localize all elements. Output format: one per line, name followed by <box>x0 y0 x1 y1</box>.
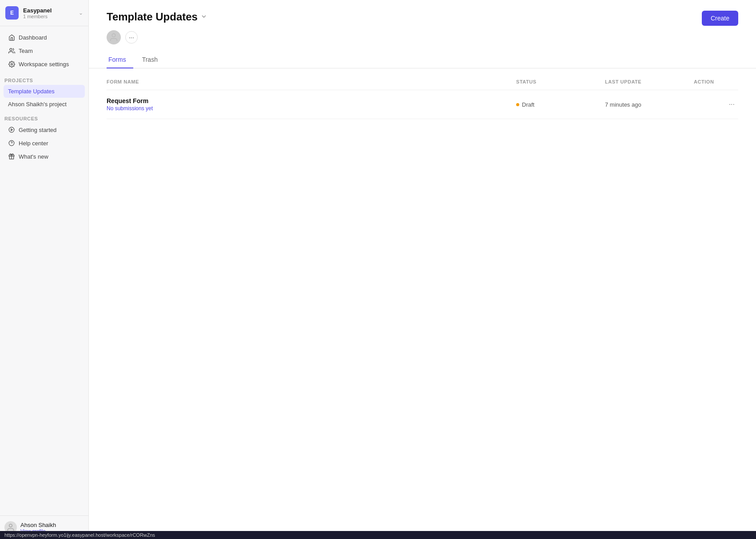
workspace-header-left: E Easypanel 1 members <box>5 6 52 20</box>
tab-trash[interactable]: Trash <box>140 52 165 68</box>
workspace-header[interactable]: E Easypanel 1 members ⌄ <box>0 0 88 26</box>
form-name-cell: Request Form No submissions yet <box>107 97 516 112</box>
table-row: Request Form No submissions yet Draft 7 … <box>107 90 738 119</box>
last-update: 7 minutes ago <box>605 101 694 108</box>
create-button[interactable]: Create <box>702 11 738 26</box>
sidebar-item-workspace-settings[interactable]: Workspace settings <box>4 57 85 71</box>
status-badge: Draft <box>522 101 534 108</box>
tab-forms[interactable]: Forms <box>107 52 133 68</box>
projects-list: Template Updates Ahson Shaikh's project <box>0 85 88 111</box>
project-avatar <box>107 30 121 44</box>
projects-section-label: PROJECTS <box>0 72 88 85</box>
col-last-update: LAST UPDATE <box>605 79 694 84</box>
status-dot-icon <box>516 103 519 106</box>
sidebar-item-whats-new[interactable]: What's new <box>4 150 85 163</box>
title-dropdown-icon[interactable] <box>200 13 207 21</box>
chevron-down-icon: ⌄ <box>79 10 83 16</box>
sidebar-item-template-updates[interactable]: Template Updates <box>4 85 85 98</box>
play-icon <box>8 126 15 133</box>
status-bar: https://openvpn-heyform.yo1ijy.easypanel… <box>0 531 756 539</box>
tabs: Forms Trash <box>89 52 756 68</box>
sidebar-item-team[interactable]: Team <box>4 44 85 57</box>
sidebar: E Easypanel 1 members ⌄ Dashboard Team <box>0 0 89 539</box>
col-form-name: FORM NAME <box>107 79 516 84</box>
team-icon <box>8 47 15 54</box>
table-container: FORM NAME STATUS LAST UPDATE ACTION Requ… <box>89 68 756 539</box>
whats-new-label: What's new <box>19 153 48 160</box>
workspace-logo: E <box>5 6 19 20</box>
svg-point-1 <box>11 63 12 65</box>
workspace-name: Easypanel <box>23 7 52 14</box>
sidebar-item-team-label: Team <box>19 48 33 54</box>
title-area: Template Updates <box>107 11 207 23</box>
form-name[interactable]: Request Form <box>107 97 516 104</box>
getting-started-label: Getting started <box>19 127 56 133</box>
svg-point-9 <box>112 34 115 37</box>
home-icon <box>8 34 15 41</box>
table-header: FORM NAME STATUS LAST UPDATE ACTION <box>107 74 738 90</box>
sidebar-item-dashboard-label: Dashboard <box>19 34 47 41</box>
sidebar-item-getting-started[interactable]: Getting started <box>4 123 85 136</box>
row-ellipsis-icon: ··· <box>729 100 735 108</box>
help-center-label: Help center <box>19 140 48 147</box>
sidebar-item-ahson-project[interactable]: Ahson Shaikh's project <box>4 98 85 111</box>
sidebar-item-dashboard[interactable]: Dashboard <box>4 31 85 44</box>
project-ahson-label: Ahson Shaikh's project <box>8 101 67 108</box>
main-header: Template Updates Create <box>89 0 756 26</box>
svg-point-8 <box>9 524 12 527</box>
action-cell: ··· <box>694 99 738 110</box>
project-title-row: Template Updates <box>107 11 207 23</box>
status-url: https://openvpn-heyform.yo1ijy.easypanel… <box>4 532 155 538</box>
form-submissions: No submissions yet <box>107 105 516 112</box>
sidebar-item-workspace-settings-label: Workspace settings <box>19 61 69 68</box>
svg-point-0 <box>10 48 12 50</box>
col-action: ACTION <box>694 79 738 84</box>
svg-point-2 <box>9 127 14 132</box>
nav-section: Dashboard Team Workspace settings <box>0 26 88 72</box>
sidebar-item-help-center[interactable]: Help center <box>4 136 85 150</box>
row-action-button[interactable]: ··· <box>725 99 738 110</box>
ellipsis-icon: ··· <box>129 34 134 41</box>
page-title: Template Updates <box>107 11 198 23</box>
resources-section-label: RESOURCES <box>0 111 88 123</box>
user-name: Ahson Shaikh <box>20 522 56 528</box>
more-options-button[interactable]: ··· <box>125 31 138 44</box>
settings-icon <box>8 60 15 68</box>
svg-marker-3 <box>11 129 12 131</box>
project-meta: ··· <box>89 26 756 44</box>
project-template-updates-label: Template Updates <box>8 88 55 95</box>
main-content: Template Updates Create ··· Forms Trash … <box>89 0 756 539</box>
help-icon <box>8 140 15 147</box>
workspace-info: Easypanel 1 members <box>23 7 52 19</box>
resources-list: Getting started Help center What's new <box>0 123 88 163</box>
gift-icon <box>8 153 15 160</box>
col-status: STATUS <box>516 79 605 84</box>
workspace-members: 1 members <box>23 14 52 19</box>
status-cell: Draft <box>516 101 605 108</box>
